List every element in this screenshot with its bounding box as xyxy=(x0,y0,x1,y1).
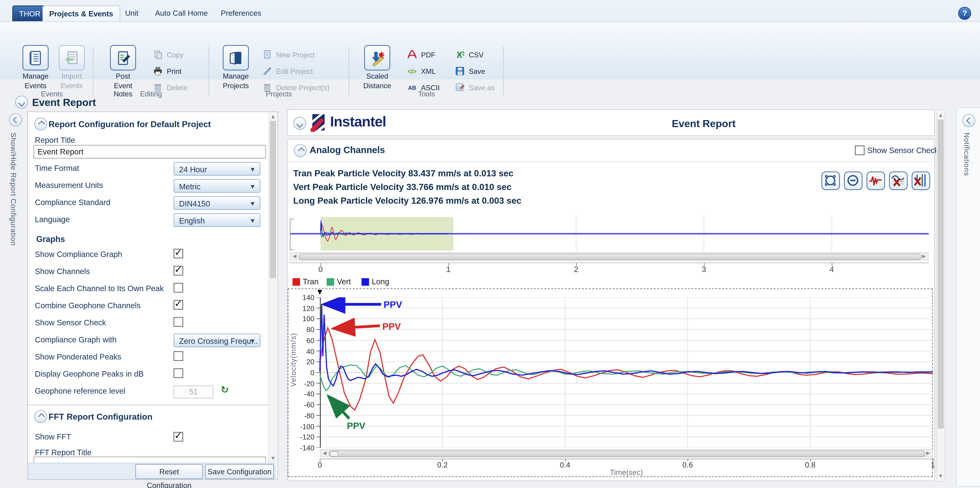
report-title-input[interactable]: Event Report xyxy=(33,145,266,159)
show-fft-checkbox[interactable] xyxy=(173,432,183,442)
show-ponderated-peaks-checkbox[interactable] xyxy=(173,351,183,361)
x-tick-label: 0.6 xyxy=(682,461,693,469)
scroll-left-icon[interactable]: ◀ xyxy=(291,253,298,260)
ribbon-body: Manage Events Import Events Events Post … xyxy=(0,21,980,79)
show-sensor-check-checkbox[interactable] xyxy=(855,146,864,155)
scroll-up-icon[interactable]: ▲ xyxy=(937,111,945,119)
manage-events-label: Manage xyxy=(18,72,53,80)
manage-projects-button[interactable]: Manage Projects xyxy=(217,45,254,89)
copy-button[interactable]: Copy xyxy=(152,48,204,62)
overview-chart[interactable] xyxy=(290,216,929,251)
waveform-chart[interactable]: ▼ Velocity(mm/s) 140120100806040200-20-4… xyxy=(288,288,933,477)
scrollbar-thumb[interactable] xyxy=(938,119,944,429)
collapse-fft-section-button[interactable] xyxy=(34,410,47,423)
display-geophone-peaks-in-db-checkbox[interactable] xyxy=(173,369,183,378)
save-button[interactable]: Save xyxy=(454,64,498,78)
peak-line: Long Peak Particle Velocity 126.976 mm/s… xyxy=(293,194,522,208)
y-tick-label: 120 xyxy=(291,304,314,312)
time-cursor-icon[interactable]: ▼ xyxy=(316,287,324,297)
y-tick-label: -80 xyxy=(291,412,314,420)
scrollbar-thumb[interactable] xyxy=(299,254,921,261)
tab-unit[interactable]: Unit xyxy=(119,5,145,21)
tab-projects-events[interactable]: Projects & Events xyxy=(42,5,120,22)
combine-geophone-channels-checkbox[interactable] xyxy=(173,300,183,310)
scale-each-channel-to-its-own-peak-checkbox[interactable] xyxy=(173,283,183,292)
save-configuration-button[interactable]: Save Configuration xyxy=(205,464,274,479)
scrollbar-thumb[interactable] xyxy=(270,121,276,278)
collapse-report-header-button[interactable] xyxy=(293,117,306,130)
dropdown-row-label: Measurement Units xyxy=(35,181,103,189)
fft-report-title-input[interactable] xyxy=(33,456,266,463)
page-title: Event Report xyxy=(32,96,96,108)
manage-events-button[interactable]: Manage Events xyxy=(18,45,53,89)
show-compliance-graph-checkbox[interactable] xyxy=(173,249,183,258)
tab-thor[interactable]: THOR xyxy=(12,5,48,22)
report-configuration-panel: Report Configuration for Default Project… xyxy=(27,111,278,480)
group-label-editing: Editing xyxy=(95,89,207,98)
x-tick-label: 1 xyxy=(931,461,935,469)
config-panel-scrollbar[interactable]: ▲ ▼ xyxy=(269,112,277,463)
collapse-event-report-button[interactable] xyxy=(15,96,28,109)
show-channels-checkbox[interactable] xyxy=(173,266,183,275)
y-tick-label: 20 xyxy=(291,358,314,366)
collapse-analog-channels-button[interactable] xyxy=(294,144,307,157)
geophone-reference-input[interactable]: 51 xyxy=(173,385,213,399)
y-tick-label: 40 xyxy=(291,347,314,355)
y-tick-label: 0 xyxy=(291,369,314,377)
chevron-down-icon: ▼ xyxy=(250,197,256,210)
export-csv-button[interactable]: X CSV xyxy=(454,48,498,62)
report-scrollbar[interactable]: ▲ ▼ xyxy=(936,110,945,482)
show-sensor-check-checkbox[interactable] xyxy=(173,317,183,327)
report-document-title: Event Report xyxy=(672,118,735,129)
overview-scrollbar[interactable]: ◀ ▶ xyxy=(290,252,929,261)
import-events-icon xyxy=(63,49,81,67)
print-button[interactable]: Print xyxy=(152,64,204,78)
remove-cursors-icon[interactable] xyxy=(912,172,930,190)
scrollbar-thumb[interactable] xyxy=(329,450,925,457)
scroll-right-icon[interactable]: ▶ xyxy=(921,253,928,260)
y-tick-label: -60 xyxy=(291,401,314,409)
print-label: Print xyxy=(167,67,181,75)
new-project-button[interactable]: New Project xyxy=(261,48,343,62)
collapse-config-section-button[interactable] xyxy=(34,118,47,130)
scroll-up-icon[interactable]: ▲ xyxy=(269,113,277,120)
scroll-right-icon[interactable]: ▶ xyxy=(924,450,931,456)
group-label-projects: Projects xyxy=(212,89,346,98)
export-xml-button[interactable]: </> XML xyxy=(406,64,447,78)
waveform-scrollbar[interactable]: ◀ ▶ xyxy=(320,449,933,457)
overview-svg xyxy=(290,216,929,251)
overview-tick-label: 0 xyxy=(318,265,323,273)
waveform-icon[interactable] xyxy=(867,172,885,190)
reset-configuration-button[interactable]: Reset Configuration xyxy=(135,464,203,479)
compliance-graph-with-dropdown[interactable]: Zero Crossing Frequ...▼ xyxy=(173,334,260,347)
tab-preferences[interactable]: Preferences xyxy=(215,5,267,21)
scroll-down-icon[interactable]: ▼ xyxy=(937,472,945,480)
csv-label: CSV xyxy=(469,51,484,59)
zoom-out-icon[interactable] xyxy=(844,172,862,190)
zoom-extents-icon[interactable] xyxy=(821,172,840,190)
remove-waveform-icon[interactable] xyxy=(889,172,908,190)
csv-icon: X xyxy=(454,49,466,61)
import-events-button[interactable]: Import Events xyxy=(54,45,89,89)
scaled-distance-button[interactable]: Scaled Distance xyxy=(358,45,396,89)
refresh-icon[interactable]: ↻ xyxy=(221,384,229,395)
open-notifications-button[interactable] xyxy=(962,114,975,127)
show-hide-config-button[interactable] xyxy=(9,113,22,126)
manage-projects-icon xyxy=(227,49,245,67)
scroll-left-icon[interactable]: ◀ xyxy=(321,450,328,456)
compliance-standard-dropdown[interactable]: DIN4150▼ xyxy=(173,196,260,210)
notifications-strip-label: Notifications xyxy=(963,133,971,176)
scroll-down-icon[interactable]: ▼ xyxy=(269,455,277,462)
checkbox-row-label: Show Sensor Check xyxy=(35,318,106,327)
legend-swatch-vert xyxy=(327,278,334,286)
ribbon: THOR Projects & Events Unit Auto Call Ho… xyxy=(0,0,980,79)
measurement-units-dropdown[interactable]: Metric▼ xyxy=(173,179,260,193)
group-separator xyxy=(348,46,349,96)
export-pdf-button[interactable]: PDF xyxy=(406,48,447,62)
tab-auto-call-home[interactable]: Auto Call Home xyxy=(149,5,214,21)
edit-project-button[interactable]: Edit Project xyxy=(261,64,343,78)
language-dropdown[interactable]: English▼ xyxy=(173,213,260,227)
help-icon[interactable]: ? xyxy=(958,7,971,20)
scrollbar-grip[interactable] xyxy=(330,451,338,456)
time-format-dropdown[interactable]: 24 Hour▼ xyxy=(173,162,260,176)
